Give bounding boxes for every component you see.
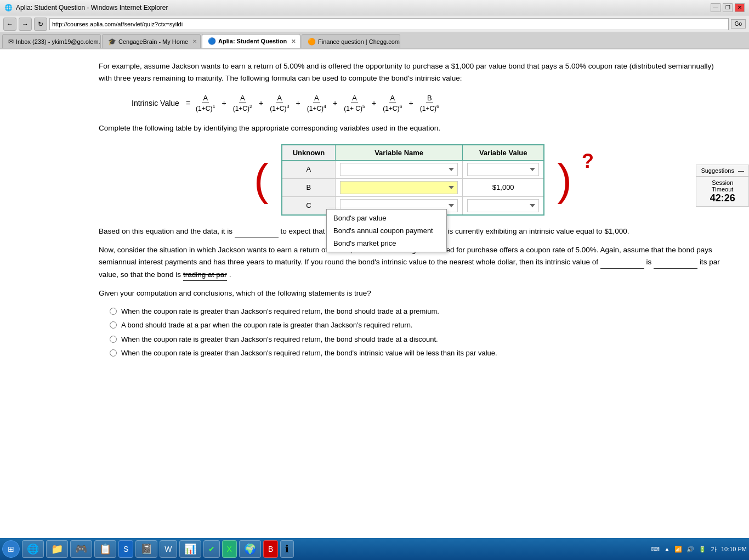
frac-6-num: A	[389, 94, 396, 103]
plus-6: +	[409, 99, 413, 108]
scenario-strikethrough-text: trading at par	[183, 270, 227, 279]
tab-icon-chegg: 🟠	[308, 38, 316, 46]
plus-4: +	[333, 99, 337, 108]
minimize-button[interactable]: —	[711, 3, 720, 12]
frac-5: A (1+ C)5	[343, 94, 366, 112]
tab-inbox[interactable]: ✉ Inbox (233) - ykim19@go.olem... ✕	[2, 34, 101, 48]
plus-3: +	[296, 99, 300, 108]
qmark-right: ?	[582, 150, 594, 173]
radio-label-2: A bond should trade at a par when the co…	[121, 320, 412, 331]
main-content: For example, assume Jackson wants to ear…	[0, 49, 749, 378]
tab-chegg[interactable]: 🟠 Finance question | Chegg.com ✕	[302, 34, 400, 48]
suggestions-collapse[interactable]: —	[738, 167, 744, 174]
table-instruction: Complete the following table by identify…	[99, 122, 727, 134]
frac-2-den: (1+C)2	[232, 103, 253, 112]
radio-input-4[interactable]	[110, 349, 117, 357]
radio-option-1: When the coupon rate is greater than Jac…	[110, 306, 727, 317]
varname-dropdown-b[interactable]: Bond's par value Bond's annual coupon pa…	[340, 181, 458, 194]
scenario-is: is	[646, 258, 654, 266]
tab-label-chegg: Finance question | Chegg.com	[318, 38, 400, 45]
scenario-blank2	[654, 256, 697, 269]
table-section: ( ) ? Unknown Variable Name Variable Val…	[99, 144, 727, 216]
conclusion-blank	[235, 225, 279, 238]
radio-input-2[interactable]	[110, 321, 117, 329]
formula-equals: =	[186, 99, 190, 108]
suggestions-panel[interactable]: Suggestions —	[696, 165, 749, 177]
frac-6-den: (1+C)6	[382, 103, 403, 112]
radio-option-3: When the coupon rate is greater than Jac…	[110, 334, 727, 345]
col-header-varval: Variable Value	[463, 145, 544, 161]
frac-2: A (1+C)2	[232, 94, 253, 112]
back-button[interactable]: ←	[3, 18, 16, 31]
radio-label-3: When the coupon rate is greater than Jac…	[121, 334, 438, 345]
dropdown-option-coupon[interactable]: Bond's annual coupon payment	[327, 224, 446, 237]
frac-6: A (1+C)6	[382, 94, 403, 112]
address-bar: ← → ↻ Go	[0, 15, 749, 33]
suggestions-label: Suggestions	[701, 167, 734, 174]
tab-aplia[interactable]: 🔵 Aplia: Student Question ✕	[202, 34, 300, 48]
varval-dropdown-c[interactable]	[467, 199, 539, 212]
col-header-unknown: Unknown	[282, 145, 335, 161]
radio-input-3[interactable]	[110, 336, 117, 343]
frac-7-num: B	[426, 94, 433, 103]
dropdown-option-market[interactable]: Bond's market price	[327, 237, 446, 250]
cell-varname-a: Bond's par value Bond's annual coupon pa…	[335, 160, 463, 178]
scenario-blank1	[600, 256, 644, 269]
frac-3-num: A	[276, 94, 283, 103]
address-input[interactable]	[49, 18, 729, 30]
cell-unknown-a: A	[282, 160, 335, 178]
varname-dropdown-a[interactable]: Bond's par value Bond's annual coupon pa…	[340, 163, 458, 176]
frac-7-den: (1+C)6	[419, 103, 440, 112]
col-header-varname: Variable Name	[335, 145, 463, 161]
table-row-b: B Bond's par value Bond's annual coupon …	[282, 178, 544, 196]
cell-varval-c	[463, 196, 544, 215]
forward-button[interactable]: →	[19, 18, 32, 31]
formula-label: Intrinsic Value	[132, 99, 179, 108]
varval-dropdown-a[interactable]	[467, 163, 539, 176]
radio-option-2: A bond should trade at a par when the co…	[110, 320, 727, 331]
browser-icon: 🌐	[4, 4, 13, 12]
frac-4: A (1+C)4	[306, 94, 327, 112]
refresh-button[interactable]: ↻	[34, 18, 47, 31]
cell-varval-a	[463, 160, 544, 178]
tab-close-aplia[interactable]: ✕	[291, 38, 296, 44]
frac-1: A (1+C)1	[195, 94, 216, 112]
radio-option-4: When the coupon rate is greater than Jac…	[110, 348, 727, 359]
tab-label-inbox: Inbox (233) - ykim19@go.olem...	[16, 38, 101, 45]
formula-fractions: A (1+C)1 + A (1+C)2 + A (1+C)3 + A (1+C)…	[195, 94, 440, 112]
session-time: 42:26	[701, 193, 744, 204]
frac-5-den: (1+ C)5	[343, 103, 366, 112]
restore-button[interactable]: ❐	[723, 3, 733, 12]
conclusion-text-1: Based on this equation and the data, it …	[99, 227, 232, 235]
dropdown-option-par[interactable]: Bond's par value	[327, 212, 446, 224]
radio-options-group: When the coupon rate is greater than Jac…	[99, 306, 727, 359]
go-button[interactable]: Go	[731, 19, 746, 29]
cell-unknown-b: B	[282, 178, 335, 196]
window-title: Aplia: Student Question - Windows Intern…	[16, 4, 168, 12]
intro-paragraph: For example, assume Jackson wants to ear…	[99, 60, 727, 84]
plus-1: +	[222, 99, 226, 108]
radio-label-4: When the coupon rate is greater than Jac…	[121, 348, 497, 359]
sidebar-right: Suggestions — Session Timeout 42:26	[696, 165, 749, 207]
final-question: Given your computation and conclusions, …	[99, 287, 727, 299]
close-button[interactable]: ✕	[735, 3, 745, 12]
frac-4-den: (1+C)4	[306, 103, 327, 112]
frac-2-num: A	[239, 94, 246, 103]
frac-3-den: (1+C)3	[269, 103, 290, 112]
title-bar: 🌐 Aplia: Student Question - Windows Inte…	[0, 0, 749, 15]
plus-2: +	[259, 99, 263, 108]
tab-cengage[interactable]: 🎓 CengageBrain - My Home ✕	[102, 34, 201, 48]
dropdown-popup-b[interactable]: Bond's par value Bond's annual coupon pa…	[326, 209, 447, 252]
radio-input-1[interactable]	[110, 308, 117, 315]
cell-varname-b: Bond's par value Bond's annual coupon pa…	[335, 178, 463, 196]
radio-label-1: When the coupon rate is greater than Jac…	[121, 306, 439, 317]
tab-icon-inbox: ✉	[8, 38, 14, 46]
frac-4-num: A	[313, 94, 320, 103]
session-panel: Session Timeout 42:26	[696, 177, 749, 207]
frac-1-den: (1+C)1	[195, 103, 216, 112]
tab-close-cengage[interactable]: ✕	[192, 38, 197, 44]
formula-container: Intrinsic Value = A (1+C)1 + A (1+C)2 + …	[132, 94, 727, 112]
bracket-left: (	[254, 158, 269, 202]
tab-icon-cengage: 🎓	[108, 38, 116, 46]
session-label: Session Timeout	[701, 179, 744, 193]
